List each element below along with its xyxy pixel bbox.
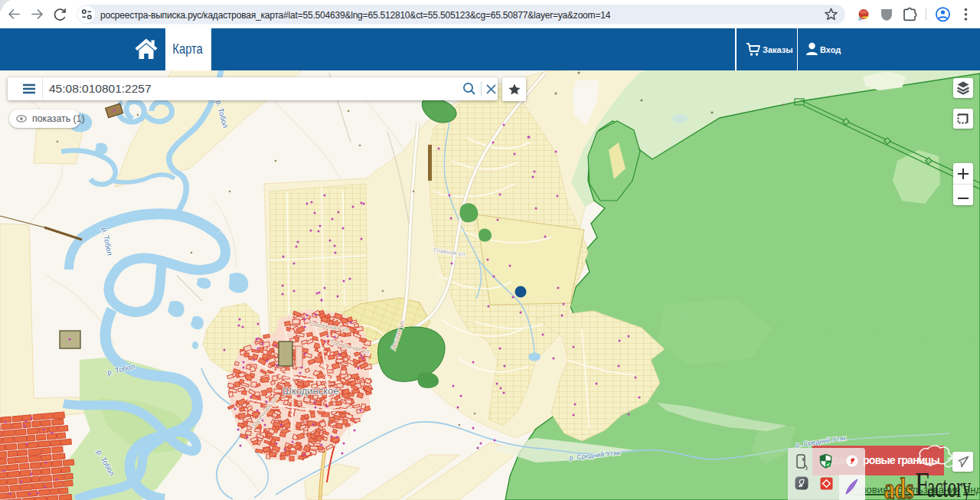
svg-text:росреестра-выписка.рус/кадастр: росреестра-выписка.рус/кадастровая_карта… (100, 10, 611, 21)
svg-text:Шкодинское: Шкодинское (283, 385, 339, 397)
